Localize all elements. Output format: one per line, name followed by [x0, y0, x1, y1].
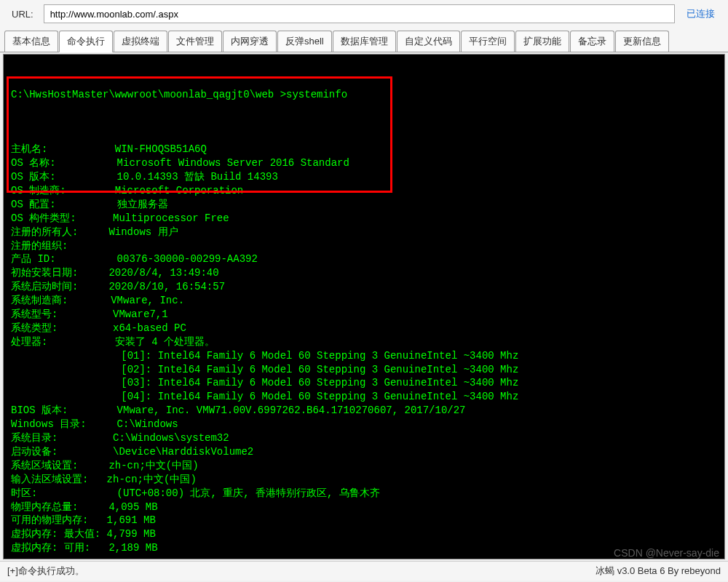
terminal-line: OS 制造商: Microsoft Corporation — [11, 184, 717, 198]
tab-bar: 基本信息 命令执行 虚拟终端 文件管理 内网穿透 反弹shell 数据库管理 自… — [0, 28, 728, 52]
terminal-line: [04]: Intel64 Family 6 Model 60 Stepping… — [11, 390, 717, 404]
terminal-line: OS 配置: 独立服务器 — [11, 198, 717, 212]
terminal-line: [03]: Intel64 Family 6 Model 60 Stepping… — [11, 376, 717, 390]
terminal-line: 初始安装日期: 2020/8/4, 13:49:40 — [11, 266, 717, 280]
tab-virtual-terminal[interactable]: 虚拟终端 — [114, 31, 167, 52]
terminal-line: [02]: Intel64 Family 6 Model 60 Stepping… — [11, 363, 717, 377]
terminal-line: OS 名称: Microsoft Windows Server 2016 Sta… — [11, 156, 717, 170]
terminal-line — [11, 129, 717, 143]
terminal-output[interactable]: C:\HwsHostMaster\wwwroot\moonlab_qagjt0\… — [3, 54, 725, 559]
connection-status: 已连接 — [681, 7, 721, 20]
tab-file-manage[interactable]: 文件管理 — [168, 31, 222, 52]
terminal-line: [01]: Intel64 Family 6 Model 60 Stepping… — [11, 349, 717, 363]
top-bar: URL: 已连接 — [0, 0, 728, 28]
tab-command-exec[interactable]: 命令执行 — [59, 31, 113, 52]
terminal-lines: 主机名: WIN-FHOQSB51A6QOS 名称: Microsoft Win… — [11, 129, 717, 555]
terminal-line: 启动设备: \Device\HarddiskVolume2 — [11, 445, 717, 459]
tab-custom-code[interactable]: 自定义代码 — [397, 31, 460, 52]
status-bar: [+]命令执行成功。 冰蝎 v3.0 Beta 6 By rebeyond — [0, 561, 728, 581]
tab-update[interactable]: 更新信息 — [615, 31, 669, 52]
terminal-line: 系统目录: C:\Windows\system32 — [11, 431, 717, 445]
terminal-line: 系统型号: VMware7,1 — [11, 308, 717, 322]
terminal-line: 时区: (UTC+08:00) 北京, 重庆, 香港特别行政区, 乌鲁木齐 — [11, 487, 717, 501]
url-label: URL: — [7, 9, 38, 20]
terminal-line: 可用的物理内存: 1,691 MB — [11, 514, 717, 527]
tab-intranet[interactable]: 内网穿透 — [223, 31, 277, 52]
status-right: 冰蝎 v3.0 Beta 6 By rebeyond — [596, 565, 721, 578]
tab-memo[interactable]: 备忘录 — [570, 31, 614, 52]
terminal-line: 处理器: 安装了 4 个处理器。 — [11, 335, 717, 349]
terminal-line: OS 构件类型: Multiprocessor Free — [11, 212, 717, 226]
terminal-line: 物理内存总量: 4,095 MB — [11, 501, 717, 514]
terminal-line: 输入法区域设置: zh-cn;中文(中国) — [11, 473, 717, 487]
terminal-line: 虚拟内存: 最大值: 4,799 MB — [11, 527, 717, 541]
terminal-line: 产品 ID: 00376-30000-00299-AA392 — [11, 252, 717, 266]
tab-parallel[interactable]: 平行空间 — [461, 31, 515, 52]
terminal-line: Windows 目录: C:\Windows — [11, 418, 717, 431]
url-input[interactable] — [44, 4, 675, 23]
tab-basic-info[interactable]: 基本信息 — [4, 31, 58, 52]
terminal-line: 系统启动时间: 2020/8/10, 16:54:57 — [11, 280, 717, 294]
terminal-line: 注册的所有人: Windows 用户 — [11, 226, 717, 239]
terminal-line: OS 版本: 10.0.14393 暂缺 Build 14393 — [11, 170, 717, 184]
terminal-line: 虚拟内存: 可用: 2,189 MB — [11, 541, 717, 555]
terminal-line: 系统类型: x64-based PC — [11, 322, 717, 335]
terminal-line: BIOS 版本: VMware, Inc. VMW71.00V.6997262.… — [11, 404, 717, 418]
tab-reverse-shell[interactable]: 反弹shell — [277, 31, 332, 52]
status-left: [+]命令执行成功。 — [7, 565, 84, 578]
terminal-prompt: C:\HwsHostMaster\wwwroot\moonlab_qagjt0\… — [11, 88, 717, 102]
terminal-line: 系统制造商: VMware, Inc. — [11, 294, 717, 308]
tab-extensions[interactable]: 扩展功能 — [515, 31, 569, 52]
terminal-line: 系统区域设置: zh-cn;中文(中国) — [11, 459, 717, 473]
terminal-line: 主机名: WIN-FHOQSB51A6Q — [11, 143, 717, 156]
terminal-line: 注册的组织: — [11, 239, 717, 253]
tab-database[interactable]: 数据库管理 — [333, 31, 396, 52]
